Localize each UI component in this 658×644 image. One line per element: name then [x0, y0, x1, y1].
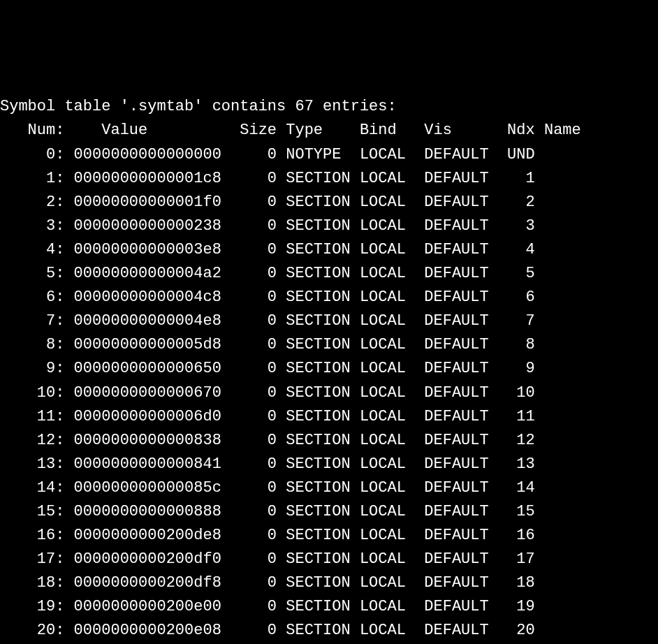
title-line: Symbol table '.symtab' contains 67 entri… — [0, 95, 658, 119]
table-row: 9: 0000000000000650 0 SECTION LOCAL DEFA… — [0, 357, 658, 381]
table-row: 8: 00000000000005d8 0 SECTION LOCAL DEFA… — [0, 333, 658, 357]
table-row: 7: 00000000000004e8 0 SECTION LOCAL DEFA… — [0, 309, 658, 333]
table-row: 4: 00000000000003e8 0 SECTION LOCAL DEFA… — [0, 238, 658, 262]
table-row: 19: 0000000000200e00 0 SECTION LOCAL DEF… — [0, 595, 658, 619]
table-row: 6: 00000000000004c8 0 SECTION LOCAL DEFA… — [0, 286, 658, 309]
table-row: 1: 00000000000001c8 0 SECTION LOCAL DEFA… — [0, 167, 658, 191]
table-row: 14: 000000000000085c 0 SECTION LOCAL DEF… — [0, 476, 658, 500]
table-row: 12: 0000000000000838 0 SECTION LOCAL DEF… — [0, 429, 658, 453]
table-row: 17: 0000000000200df0 0 SECTION LOCAL DEF… — [0, 548, 658, 571]
table-row: 20: 0000000000200e08 0 SECTION LOCAL DEF… — [0, 619, 658, 643]
terminal-output: Symbol table '.symtab' contains 67 entri… — [0, 95, 658, 644]
table-row: 11: 00000000000006d0 0 SECTION LOCAL DEF… — [0, 405, 658, 429]
table-row: 3: 0000000000000238 0 SECTION LOCAL DEFA… — [0, 214, 658, 238]
table-row: 5: 00000000000004a2 0 SECTION LOCAL DEFA… — [0, 262, 658, 286]
table-row: 0: 0000000000000000 0 NOTYPE LOCAL DEFAU… — [0, 143, 658, 167]
table-row: 15: 0000000000000888 0 SECTION LOCAL DEF… — [0, 500, 658, 524]
header-row: Num: Value Size Type Bind Vis Ndx Name — [0, 119, 658, 142]
table-row: 2: 00000000000001f0 0 SECTION LOCAL DEFA… — [0, 191, 658, 214]
table-row: 18: 0000000000200df8 0 SECTION LOCAL DEF… — [0, 571, 658, 595]
table-row: 16: 0000000000200de8 0 SECTION LOCAL DEF… — [0, 524, 658, 548]
table-row: 13: 0000000000000841 0 SECTION LOCAL DEF… — [0, 453, 658, 476]
table-row: 10: 0000000000000670 0 SECTION LOCAL DEF… — [0, 381, 658, 405]
symbol-table-rows: 0: 0000000000000000 0 NOTYPE LOCAL DEFAU… — [0, 143, 658, 644]
